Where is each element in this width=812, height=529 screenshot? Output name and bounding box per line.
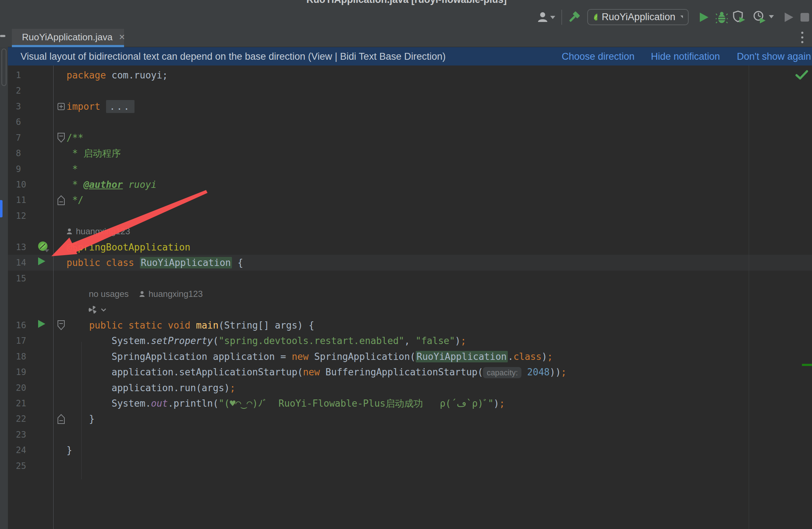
code-text: } xyxy=(67,413,95,424)
debug-button[interactable] xyxy=(716,11,728,25)
tab-close-icon[interactable]: × xyxy=(119,32,125,42)
run-configuration-select[interactable]: RuoYiApplication xyxy=(587,9,689,25)
code-editor[interactable]: 1package com.ruoyi;23import ...67/**8 * … xyxy=(0,65,812,529)
line-number: 24 xyxy=(16,445,26,455)
run-button[interactable] xyxy=(699,12,709,24)
highlighted-identifier: RuoYiApplication xyxy=(416,351,508,362)
inlay-line xyxy=(8,302,812,318)
code-line[interactable]: 20 application.run(args); xyxy=(8,380,812,396)
fold-marker-start[interactable] xyxy=(57,132,65,144)
left-tool-stripe xyxy=(0,47,8,529)
ide-window: RuoYiApplication.java [ruoyi-flowable-pl… xyxy=(0,0,812,529)
line-number: 16 xyxy=(16,320,26,330)
code-line[interactable]: 24} xyxy=(8,442,812,458)
indent-guide xyxy=(81,342,82,479)
code-text: application.run(args); xyxy=(67,383,236,393)
spring-gutter-button[interactable] xyxy=(37,241,50,253)
line-number: 19 xyxy=(16,367,26,377)
fold-marker-end[interactable] xyxy=(57,413,65,425)
folded-imports-region[interactable]: ... xyxy=(106,100,134,113)
notification-banner: Visual layout of bidirectional text can … xyxy=(8,47,812,65)
code-line[interactable]: 14public class RuoYiApplication { xyxy=(8,255,812,271)
line-number: 12 xyxy=(16,211,26,221)
play-icon xyxy=(699,12,709,23)
code-line[interactable]: 16 public static void main(String[] args… xyxy=(8,317,812,333)
line-number: 18 xyxy=(16,352,26,362)
stop-disabled-button[interactable] xyxy=(800,13,812,23)
code-line[interactable]: 15 xyxy=(8,271,812,286)
profile-switcher-button[interactable] xyxy=(537,11,557,26)
author-inlay[interactable]: huangxing123 xyxy=(139,289,203,299)
stripe-dash-icon xyxy=(0,35,5,37)
inlay-line: no usageshuangxing123 xyxy=(8,286,812,302)
run-gutter-play-icon xyxy=(37,257,46,266)
run-gutter-button[interactable] xyxy=(37,257,50,269)
coverage-button[interactable] xyxy=(733,10,746,25)
code-line[interactable]: 12 xyxy=(8,208,812,224)
build-button[interactable] xyxy=(567,10,581,26)
fold-marker-end[interactable] xyxy=(57,194,65,206)
code-line[interactable]: 13@SpringBootApplication xyxy=(8,239,812,255)
banner-link-dont-show-again[interactable]: Don't show again xyxy=(737,51,811,62)
play-dim-icon xyxy=(784,12,794,23)
fold-end-icon xyxy=(57,413,65,425)
code-text: } xyxy=(67,445,72,456)
line-number: 6 xyxy=(16,117,21,127)
author-inlay[interactable]: huangxing123 xyxy=(67,226,130,236)
fold-marker-start[interactable] xyxy=(57,320,65,331)
line-number: 8 xyxy=(16,148,21,158)
line-number: 23 xyxy=(16,430,26,440)
banner-link-hide-notification[interactable]: Hide notification xyxy=(651,51,720,62)
chevron-down-small-icon xyxy=(101,308,106,312)
code-line[interactable]: 7/** xyxy=(8,130,812,146)
chevron-down-icon xyxy=(680,15,683,20)
code-text: package com.ruoyi; xyxy=(67,70,168,81)
code-line[interactable]: 6 xyxy=(8,114,812,130)
line-number: 7 xyxy=(16,133,21,143)
editor-options-kebab-icon[interactable] xyxy=(801,32,804,46)
code-line[interactable]: 2 xyxy=(8,83,812,99)
user-icon xyxy=(537,11,557,24)
run-gutter-button[interactable] xyxy=(37,319,50,331)
code-line[interactable]: 22 } xyxy=(8,411,812,427)
code-line[interactable]: 19 application.setApplicationStartup(new… xyxy=(8,364,812,380)
line-number: 9 xyxy=(16,164,21,174)
line-number: 13 xyxy=(16,242,26,252)
code-line[interactable]: 1package com.ruoyi; xyxy=(8,67,812,83)
code-line[interactable]: 9 * xyxy=(8,161,812,177)
fold-expand-icon xyxy=(57,101,65,112)
right-margin-guide xyxy=(749,65,749,529)
editor-tab-bar: RuoYiApplication.java × xyxy=(0,27,812,47)
no-usages-inlay[interactable]: no usages xyxy=(89,289,129,299)
code-vision-widget[interactable] xyxy=(88,305,106,315)
line-number: 1 xyxy=(16,70,21,80)
code-line[interactable]: 3import ... xyxy=(8,99,812,114)
line-number: 3 xyxy=(16,101,21,112)
code-text: SpringApplication application = new Spri… xyxy=(67,351,553,362)
fold-marker-plus[interactable] xyxy=(57,101,65,112)
code-line[interactable]: 23 xyxy=(8,427,812,443)
code-line[interactable]: 11 */ xyxy=(8,192,812,208)
code-line[interactable]: 17 System.setProperty("spring.devtools.r… xyxy=(8,333,812,349)
gutter-fold-line xyxy=(53,65,54,529)
code-line[interactable]: 8 * 启动程序 xyxy=(8,145,812,161)
line-number: 20 xyxy=(16,383,26,393)
tab-ruoyiapplication-java[interactable]: RuoYiApplication.java × xyxy=(12,29,124,45)
code-line[interactable]: 25 xyxy=(8,458,812,474)
highlighted-identifier: RuoYiApplication xyxy=(140,257,232,268)
profiler-button[interactable] xyxy=(753,10,775,26)
spring-gutter-icon xyxy=(37,241,50,253)
run-configuration-label: RuoYiApplication xyxy=(602,12,675,23)
run-disabled-button[interactable] xyxy=(784,12,794,24)
stop-dim-icon xyxy=(800,13,812,22)
code-line[interactable]: 18 SpringApplication application = new S… xyxy=(8,349,812,365)
spring-boot-icon xyxy=(593,12,597,23)
inspections-ok-check-icon[interactable] xyxy=(795,70,808,82)
banner-link-choose-direction[interactable]: Choose direction xyxy=(562,51,635,62)
line-number: 15 xyxy=(16,273,26,284)
code-line[interactable]: 21 System.out.println("(♥◠‿◠)ﾉﾞ RuoYi-Fl… xyxy=(8,395,812,411)
code-line[interactable]: 10 * @author ruoyi xyxy=(8,177,812,193)
parameter-hint: capacity: xyxy=(483,367,521,378)
author-person-icon xyxy=(139,291,145,297)
line-number: 14 xyxy=(16,258,26,268)
